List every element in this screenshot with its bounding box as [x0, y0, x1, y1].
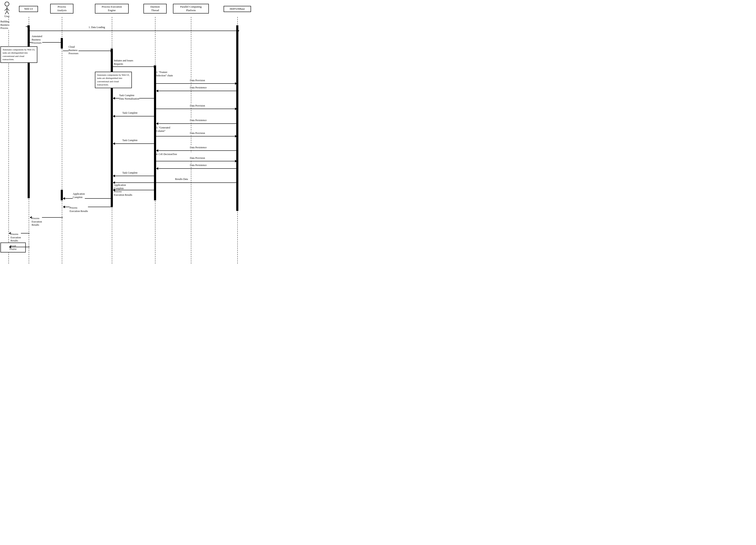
- label-initiates: Initiates and IssuesRequests: [114, 59, 133, 66]
- arrow-result-display: [9, 246, 30, 248]
- label-data-pers-1: Data Persistence: [190, 86, 207, 89]
- daemon-box: DaemonThread: [143, 4, 167, 13]
- note-left: Annotates components by Web UI, tasks ar…: [0, 46, 37, 63]
- arrow-data-pers-1: [156, 90, 237, 92]
- label-data-pers-3: Data Persistence: [190, 146, 207, 149]
- arrow-data-prov-4: [156, 160, 237, 162]
- label-results-data: Results Data: [175, 178, 188, 181]
- svg-line-4: [7, 11, 9, 14]
- label-data-loading: 1. Data Loading: [89, 26, 105, 29]
- arrow-initiates: [113, 65, 156, 68]
- parallel-box: Parallel ComputingPlatform: [173, 4, 209, 13]
- arrow-data-pers-2: [156, 122, 237, 125]
- arrow-data-loading: [30, 30, 239, 32]
- arrow-data-prov-3: [156, 135, 237, 138]
- analysis-box: ProcessAnalysis: [50, 4, 73, 13]
- label-data-prov-1: Data Provision: [190, 79, 205, 82]
- arrow-app-complete-analysis: [63, 197, 113, 200]
- label-building: BuildingBusinessProcess: [0, 20, 26, 30]
- arrow-task-complete-4: [113, 175, 155, 177]
- user-actor-icon: User: [4, 2, 10, 18]
- hdfs-box: HDFS/HBase: [224, 6, 251, 12]
- label-task-dn: Task CompleteData Normalization: [119, 94, 139, 100]
- label-annotated: AnnotatedBusinessProcesses: [32, 35, 42, 45]
- arrow-app-complete: [113, 189, 155, 191]
- svg-line-2: [7, 8, 9, 11]
- arrow-task-complete-3: [113, 142, 155, 145]
- label-per-analysis: ProcessExecution Results: [70, 206, 88, 213]
- label-feature-selection: 2. “FeatureSelection” chain: [156, 71, 190, 77]
- label-generated-col: 3. “GeneratedColumn”: [156, 126, 190, 133]
- label-data-prov-2: Data Provision: [190, 104, 205, 108]
- svg-line-3: [5, 11, 7, 14]
- user-label: User: [4, 15, 10, 18]
- arrow-data-pers-4: [156, 167, 237, 170]
- label-data-pers-4: Data Persistence: [190, 164, 207, 167]
- analysis-activation-2: [61, 190, 63, 200]
- label-task-4: Task Complete: [122, 171, 138, 175]
- label-per-webui: ProcessExecutionResults: [32, 217, 42, 227]
- arrow-task-complete-2: [113, 115, 155, 117]
- daemon-activation: [154, 65, 156, 200]
- label-c45: 4. C45 DecisionTree: [156, 153, 198, 156]
- label-cloud-bp: CloudBusinessProcesses: [69, 45, 78, 55]
- svg-line-1: [5, 8, 7, 11]
- label-task-3: Task Complete: [122, 139, 138, 142]
- note-center: Annotates components by Web UI, tasks ar…: [95, 72, 132, 88]
- engine-box: Process ExecutionEngine: [95, 4, 129, 13]
- label-per-user: ProcessExecutionResults: [11, 233, 21, 243]
- label-data-pers-2: Data Persistence: [190, 119, 207, 122]
- arrow-data-pers-3: [156, 149, 237, 152]
- arrow-data-prov-1: [156, 82, 237, 85]
- label-data-prov-3: Data Provision: [190, 132, 205, 135]
- webui-box: Web UI: [19, 6, 38, 12]
- arrow-data-prov-2: [156, 108, 237, 110]
- sequence-diagram: User Web UI ProcessAnalysis Process Exec…: [0, 0, 378, 273]
- parallel-lifeline: [191, 17, 191, 264]
- analysis-lifeline: [62, 17, 62, 264]
- label-task-2: Task Complete: [122, 111, 138, 115]
- label-app-complete-2: ApplicationComplete: [73, 192, 85, 199]
- label-data-prov-4: Data Provision: [190, 156, 205, 160]
